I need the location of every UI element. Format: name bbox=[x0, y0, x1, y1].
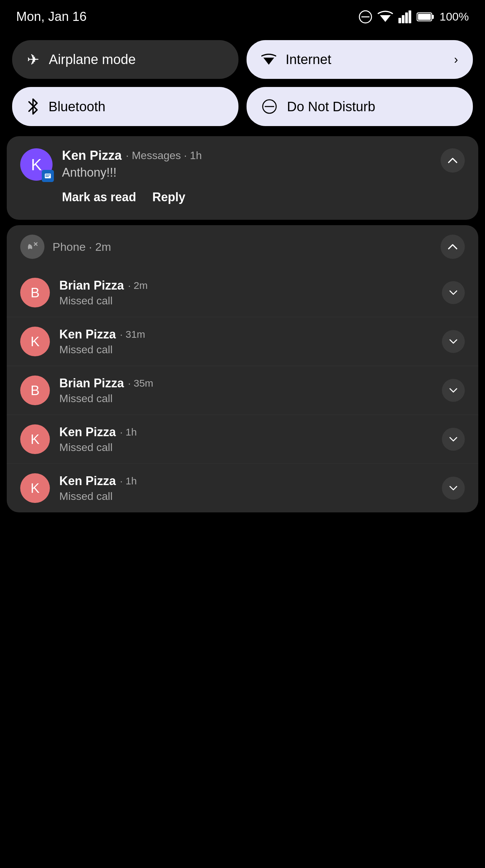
call-content-1: Ken Pizza · 31m Missed call bbox=[59, 327, 432, 356]
phone-notification-card: Phone · 2m B Brian Pizza · 2m Missed cal… bbox=[7, 225, 478, 512]
call-avatar-4: K bbox=[20, 473, 50, 503]
status-bar: Mon, Jan 16 100% bbox=[0, 0, 485, 33]
svg-marker-10 bbox=[263, 58, 274, 65]
call-item: B Brian Pizza · 2m Missed call bbox=[7, 268, 478, 317]
call-content-0: Brian Pizza · 2m Missed call bbox=[59, 278, 432, 307]
messages-notification-card: K Ken Pizza · Messages · 1h bbox=[7, 136, 478, 220]
do-not-disturb-tile[interactable]: Do Not Disturb bbox=[247, 87, 473, 126]
do-not-disturb-icon bbox=[261, 98, 278, 115]
call-time-2: · 35m bbox=[128, 378, 153, 389]
messages-title-row: Ken Pizza · Messages · 1h bbox=[62, 148, 431, 163]
call-status-3: Missed call bbox=[59, 441, 432, 454]
notifications-area: K Ken Pizza · Messages · 1h bbox=[0, 136, 485, 512]
call-expand-button-4[interactable] bbox=[442, 477, 465, 500]
call-item: K Ken Pizza · 31m Missed call bbox=[7, 317, 478, 366]
messages-collapse-button[interactable] bbox=[441, 148, 465, 173]
call-content-2: Brian Pizza · 35m Missed call bbox=[59, 376, 432, 405]
airplane-icon: ✈ bbox=[27, 51, 39, 68]
call-items-list: B Brian Pizza · 2m Missed call K Ken Piz… bbox=[7, 268, 478, 512]
messages-sender: Ken Pizza bbox=[62, 148, 122, 163]
call-name-row-0: Brian Pizza · 2m bbox=[59, 278, 432, 293]
call-expand-button-1[interactable] bbox=[442, 330, 465, 353]
call-expand-button-3[interactable] bbox=[442, 428, 465, 451]
call-expand-button-0[interactable] bbox=[442, 281, 465, 304]
reply-button[interactable]: Reply bbox=[152, 187, 185, 207]
chevron-down-icon-3 bbox=[449, 436, 458, 442]
call-name-row-4: Ken Pizza · 1h bbox=[59, 474, 432, 488]
phone-notification-header: Phone · 2m bbox=[7, 225, 478, 268]
ken-pizza-avatar-letter: K bbox=[31, 155, 42, 174]
call-avatar-3: K bbox=[20, 424, 50, 454]
messages-badge bbox=[42, 170, 54, 182]
wifi-icon bbox=[378, 10, 393, 23]
call-time-0: · 2m bbox=[128, 280, 148, 291]
call-name-2: Brian Pizza bbox=[59, 376, 124, 390]
call-time-1: · 31m bbox=[120, 329, 145, 340]
internet-tile[interactable]: Internet › bbox=[247, 40, 473, 79]
chevron-up-icon-phone bbox=[447, 243, 458, 250]
internet-label: Internet bbox=[286, 52, 331, 67]
do-not-disturb-label: Do Not Disturb bbox=[287, 99, 375, 114]
call-status-1: Missed call bbox=[59, 343, 432, 356]
mark-as-read-button[interactable]: Mark as read bbox=[62, 187, 136, 207]
call-expand-button-2[interactable] bbox=[442, 379, 465, 402]
airplane-mode-label: Airplane mode bbox=[49, 52, 136, 67]
signal-icon bbox=[398, 10, 411, 23]
bluetooth-tile[interactable]: Bluetooth bbox=[12, 87, 238, 126]
chevron-down-icon-0 bbox=[449, 290, 458, 296]
call-name-1: Ken Pizza bbox=[59, 327, 116, 341]
call-content-3: Ken Pizza · 1h Missed call bbox=[59, 425, 432, 454]
svg-rect-14 bbox=[45, 175, 50, 175]
phone-app-name: Phone · 2m bbox=[53, 240, 432, 253]
internet-wifi-icon bbox=[261, 54, 276, 66]
svg-rect-3 bbox=[398, 18, 401, 23]
chevron-down-icon-4 bbox=[449, 485, 458, 491]
messages-notification-header: K Ken Pizza · Messages · 1h bbox=[20, 148, 465, 181]
messages-body: Anthony!!! bbox=[62, 166, 431, 180]
airplane-mode-tile[interactable]: ✈ Airplane mode bbox=[12, 40, 238, 79]
call-item: B Brian Pizza · 35m Missed call bbox=[7, 366, 478, 415]
battery-icon bbox=[417, 11, 434, 22]
call-name-row-2: Brian Pizza · 35m bbox=[59, 376, 432, 390]
messages-meta: · Messages · 1h bbox=[126, 149, 202, 162]
status-time: Mon, Jan 16 bbox=[16, 9, 87, 24]
messages-badge-icon bbox=[44, 173, 51, 179]
call-status-0: Missed call bbox=[59, 295, 432, 307]
phone-collapse-button[interactable] bbox=[441, 235, 465, 259]
call-content-4: Ken Pizza · 1h Missed call bbox=[59, 474, 432, 503]
call-avatar-0: B bbox=[20, 278, 50, 307]
svg-rect-6 bbox=[409, 10, 411, 23]
missed-call-icon bbox=[26, 240, 39, 253]
chevron-up-icon bbox=[447, 157, 458, 164]
bluetooth-icon bbox=[27, 98, 39, 115]
call-avatar-1: K bbox=[20, 327, 50, 356]
call-name-row-1: Ken Pizza · 31m bbox=[59, 327, 432, 341]
svg-rect-4 bbox=[402, 15, 405, 23]
messages-notification-main: K Ken Pizza · Messages · 1h bbox=[7, 136, 478, 220]
svg-marker-2 bbox=[380, 15, 391, 22]
call-time-4: · 1h bbox=[120, 475, 137, 487]
svg-rect-9 bbox=[418, 14, 431, 20]
call-name-0: Brian Pizza bbox=[59, 278, 124, 293]
messages-actions: Mark as read Reply bbox=[20, 181, 465, 210]
call-name-4: Ken Pizza bbox=[59, 474, 116, 488]
call-item: K Ken Pizza · 1h Missed call bbox=[7, 464, 478, 512]
chevron-down-icon-2 bbox=[449, 387, 458, 393]
internet-arrow-icon: › bbox=[454, 53, 458, 67]
call-name-row-3: Ken Pizza · 1h bbox=[59, 425, 432, 439]
ken-pizza-avatar: K bbox=[20, 148, 53, 181]
call-status-2: Missed call bbox=[59, 392, 432, 405]
quick-settings: ✈ Airplane mode Internet › Bluetooth Do … bbox=[0, 33, 485, 136]
call-avatar-2: B bbox=[20, 376, 50, 405]
bluetooth-label: Bluetooth bbox=[48, 99, 105, 114]
phone-missed-call-icon bbox=[20, 235, 44, 259]
battery-percentage: 100% bbox=[440, 10, 469, 23]
svg-rect-5 bbox=[405, 12, 408, 23]
call-name-3: Ken Pizza bbox=[59, 425, 116, 439]
messages-notification-content: Ken Pizza · Messages · 1h Anthony!!! bbox=[62, 148, 431, 180]
dnd-icon bbox=[359, 10, 372, 24]
call-time-3: · 1h bbox=[120, 426, 137, 438]
status-icons: 100% bbox=[359, 10, 469, 24]
chevron-down-icon-1 bbox=[449, 338, 458, 345]
svg-rect-15 bbox=[45, 176, 49, 177]
